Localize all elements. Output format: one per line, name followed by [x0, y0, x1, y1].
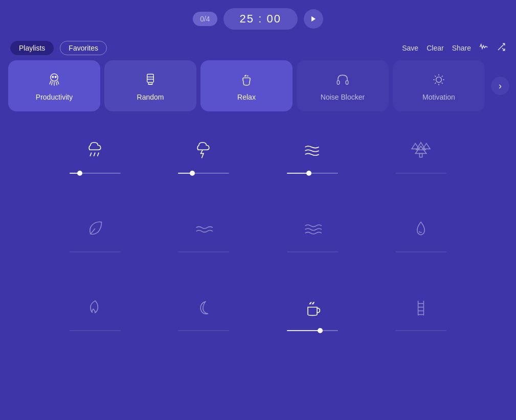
svg-line-24	[442, 83, 443, 84]
productivity-icon	[45, 71, 63, 89]
productivity-label: Productivity	[36, 93, 73, 101]
sound-train[interactable]	[367, 284, 475, 337]
svg-line-5	[52, 82, 53, 85]
relax-label: Relax	[237, 93, 256, 101]
sound-waves[interactable]	[258, 205, 367, 259]
nav-actions: Save Clear Share	[402, 42, 506, 54]
sound-rain[interactable]	[41, 127, 149, 180]
random-icon	[141, 71, 160, 89]
favorites-tab[interactable]: Favorites	[60, 41, 107, 55]
svg-line-28	[94, 153, 95, 156]
sound-thunder[interactable]	[149, 127, 258, 180]
svg-line-23	[435, 76, 436, 77]
svg-rect-16	[337, 81, 340, 84]
forest-slider[interactable]	[395, 172, 446, 175]
timer-display: 25 : 00	[223, 8, 298, 30]
svg-marker-34	[422, 144, 430, 149]
svg-line-27	[90, 153, 92, 156]
motivation-icon	[430, 71, 448, 89]
rain-slider[interactable]	[70, 172, 121, 175]
sound-water-drop[interactable]	[367, 205, 475, 259]
svg-point-9	[52, 76, 54, 78]
night-slider[interactable]	[178, 329, 229, 332]
train-slider[interactable]	[395, 329, 446, 332]
shuffle-icon[interactable]	[497, 42, 506, 54]
svg-line-25	[442, 76, 443, 77]
sound-coffee[interactable]	[258, 284, 367, 337]
thunder-slider[interactable]	[178, 172, 229, 175]
leaf-slider[interactable]	[70, 250, 121, 253]
thunder-icon	[190, 137, 217, 165]
playlist-card-noise-blocker[interactable]: Noise Blocker	[297, 60, 389, 111]
waveform-icon[interactable]	[479, 42, 488, 54]
relax-icon	[237, 71, 256, 89]
playlist-card-random[interactable]: Random	[104, 60, 196, 111]
svg-rect-11	[147, 74, 154, 82]
svg-line-8	[57, 81, 59, 84]
coffee-icon	[299, 294, 326, 322]
share-button[interactable]: Share	[452, 44, 471, 52]
timer-bar: 0/4 25 : 00	[0, 0, 516, 36]
playlists-tab[interactable]: Playlists	[10, 41, 54, 55]
svg-marker-33	[412, 144, 419, 149]
sound-forest[interactable]	[367, 127, 475, 180]
svg-line-26	[435, 83, 436, 84]
water-drop-slider[interactable]	[395, 250, 446, 253]
svg-point-3	[51, 74, 58, 81]
waves-icon	[299, 216, 326, 243]
rain-icon	[81, 137, 109, 165]
fire-icon	[81, 294, 109, 322]
playlist-card-relax[interactable]: Relax	[200, 60, 293, 111]
play-button[interactable]	[304, 9, 323, 29]
playlists-row: Productivity Random Relax Nois	[0, 60, 516, 111]
wind-slider[interactable]	[287, 172, 338, 175]
svg-line-4	[50, 81, 51, 84]
svg-marker-0	[311, 16, 316, 22]
svg-line-29	[98, 153, 99, 156]
water-drop-icon	[407, 216, 435, 243]
sound-grid-row3	[0, 269, 516, 347]
svg-line-7	[56, 82, 57, 85]
noise-blocker-icon	[333, 71, 352, 89]
sound-fire[interactable]	[41, 284, 149, 337]
fire-slider[interactable]	[70, 329, 121, 332]
playlist-card-productivity[interactable]: Productivity	[8, 60, 100, 111]
playlist-card-motivation[interactable]: Motivation	[393, 60, 485, 111]
svg-point-18	[436, 77, 442, 83]
wind-icon	[299, 137, 326, 165]
timer-count: 0/4	[193, 12, 217, 26]
sound-leaf[interactable]	[41, 205, 149, 259]
motivation-label: Motivation	[422, 93, 455, 101]
svg-rect-17	[346, 81, 348, 84]
train-icon	[407, 294, 435, 322]
clear-button[interactable]: Clear	[427, 44, 443, 52]
waves-slider[interactable]	[287, 250, 338, 253]
svg-point-10	[55, 76, 56, 78]
sound-wind[interactable]	[258, 127, 367, 180]
sound-night[interactable]	[149, 284, 258, 337]
forest-icon	[407, 137, 435, 165]
sound-grid-row2	[0, 190, 516, 269]
night-icon	[190, 294, 217, 322]
next-playlist-button[interactable]: ›	[491, 77, 509, 95]
noise-blocker-label: Noise Blocker	[321, 93, 365, 101]
random-label: Random	[137, 93, 164, 101]
nav-bar: Playlists Favorites Save Clear Share	[0, 36, 516, 60]
save-button[interactable]: Save	[402, 44, 418, 52]
sound-stream[interactable]	[149, 205, 258, 259]
stream-icon	[190, 216, 217, 243]
sound-grid-row1	[0, 111, 516, 190]
leaf-icon	[81, 216, 109, 243]
stream-slider[interactable]	[178, 250, 229, 253]
svg-rect-32	[419, 153, 422, 157]
coffee-slider[interactable]	[287, 329, 338, 332]
